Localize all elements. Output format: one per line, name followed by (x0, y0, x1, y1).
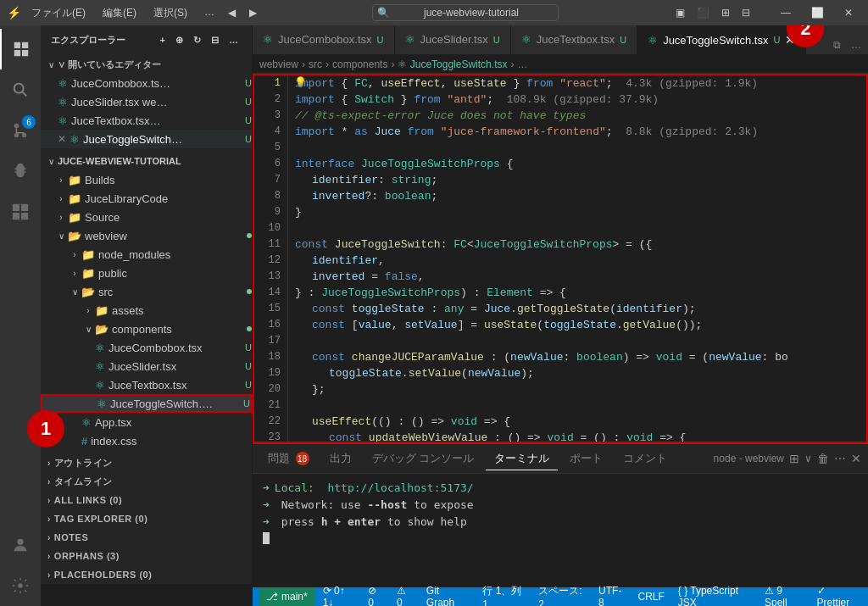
breadcrumb-more[interactable]: … (517, 58, 527, 70)
placeholders-header[interactable]: › PLACEHOLDERS (0) (41, 565, 252, 584)
file-jucetoggleswitch[interactable]: ⚛ JuceToggleSwitch…. U (41, 394, 252, 413)
panel-tab-debug[interactable]: デバッグ コンソール (364, 448, 483, 470)
file-indexcss[interactable]: # index.css (41, 431, 252, 450)
svg-point-9 (18, 583, 23, 588)
project-header[interactable]: ∨ JUCE-WEBVIEW-TUTORIAL (41, 152, 252, 170)
file-indexcss-label: index.css (91, 435, 136, 448)
activity-extensions[interactable] (0, 192, 41, 232)
breadcrumb-file[interactable]: ⚛ JuceToggleSwitch.tsx (398, 58, 507, 70)
layout-icon-1[interactable]: ▣ (670, 3, 690, 22)
tab-jucetextbox[interactable]: ⚛ JuceTextbox.tsx U (511, 25, 637, 54)
layout-icon-4[interactable]: ⊟ (737, 3, 755, 22)
activity-source-control[interactable]: 6 (0, 110, 41, 151)
folder-public[interactable]: › 📁 public (41, 264, 252, 282)
breadcrumb-webview[interactable]: webview (259, 58, 298, 70)
menu-more[interactable]: … (201, 4, 218, 22)
folder-jucelibcode[interactable]: › 📁 JuceLibraryCode (41, 189, 252, 208)
open-editor-slider-name: JuceSlider.tsx we… (71, 96, 245, 108)
terminal-trash-icon[interactable]: 🗑 (817, 452, 829, 465)
more-tabs-icon[interactable]: … (848, 36, 865, 54)
file-jucetextbox[interactable]: ⚛ JuceTextbox.tsx U (41, 375, 252, 394)
new-folder-icon[interactable]: ⊕ (172, 33, 186, 47)
panel-more-icon[interactable]: ⋯ (834, 452, 846, 465)
tab-jucecombobox[interactable]: ⚛ JuceCombobox.tsx U (253, 25, 395, 54)
panel-tab-ports[interactable]: ポート (561, 448, 611, 470)
activity-explorer[interactable] (0, 29, 41, 69)
git-graph[interactable]: Git Graph (421, 585, 470, 606)
panel-tab-output[interactable]: 出力 (321, 448, 360, 470)
orphans-header[interactable]: › ORPHANS (3) (41, 547, 252, 565)
panel-tab-comments[interactable]: コメント (615, 448, 676, 470)
breadcrumb-src[interactable]: src (309, 58, 322, 70)
outline-header[interactable]: › アウトライン (41, 453, 252, 472)
status-spell[interactable]: ⚠ 9 Spell (760, 585, 809, 606)
status-warnings[interactable]: ⚠ 0 (392, 585, 418, 606)
maximize-button[interactable]: ⬜ (803, 3, 832, 22)
open-editors-header[interactable]: ∨ ∨ 開いているエディター (41, 55, 252, 74)
folder-builds[interactable]: › 📁 Builds (41, 170, 252, 189)
tab-juceslider[interactable]: ⚛ JuceSlider.tsx U (395, 25, 511, 54)
status-errors[interactable]: ⊘ 0 (363, 585, 388, 606)
activity-account[interactable] (0, 525, 41, 565)
file-jucecombobox[interactable]: ⚛ JuceCombobox.tsx U (41, 338, 252, 357)
file-app[interactable]: ⚛ App.tsx (41, 413, 252, 431)
panel-tab-terminal[interactable]: ターミナル (486, 448, 558, 470)
status-formatter[interactable]: ✓ Prettier (812, 585, 861, 606)
split-editor-icon[interactable]: ⧉ (830, 36, 844, 54)
activity-search[interactable] (0, 69, 41, 110)
open-editor-combobox[interactable]: ⚛ JuceCombobox.ts… U (41, 74, 252, 92)
timeline-header[interactable]: › タイムライン (41, 472, 252, 491)
folder-src[interactable]: ∨ 📂 src (41, 282, 252, 301)
alllinks-header[interactable]: › ALL LINKS (0) (41, 491, 252, 509)
nav-forward[interactable]: ▶ (246, 7, 260, 19)
open-editor-slider[interactable]: ⚛ JuceSlider.tsx we… U (41, 92, 252, 111)
svg-rect-4 (13, 204, 19, 211)
status-branch[interactable]: ⎇ main* (259, 587, 314, 606)
file-jucetoggleswitch-badge: U (243, 398, 250, 409)
breadcrumb-components[interactable]: components (332, 58, 387, 70)
open-editor-toggleswitch[interactable]: ✕ ⚛ JuceToggleSwitch… U (41, 130, 252, 148)
panel-close-icon[interactable]: ✕ (851, 452, 861, 465)
notes-header[interactable]: › NOTES (41, 528, 252, 547)
close-file-icon[interactable]: ✕ (58, 133, 66, 145)
lightbulb-icon[interactable]: 💡 (293, 74, 307, 90)
minimize-button[interactable]: — (772, 3, 799, 22)
nav-back[interactable]: ◀ (225, 7, 239, 19)
file-juceslider[interactable]: ⚛ JuceSlider.tsx U (41, 357, 252, 375)
layout-icon-3[interactable]: ⊞ (716, 3, 735, 22)
tagexplorer-header[interactable]: › TAG EXPLORER (0) (41, 509, 252, 528)
status-sync[interactable]: ⟳ 0↑ 1↓ (318, 585, 360, 606)
menu-file[interactable]: ファイル(E) (28, 4, 89, 22)
terminal-arrow-icon[interactable]: ∨ (804, 453, 812, 464)
refresh-icon[interactable]: ↻ (190, 33, 204, 47)
folder-webview[interactable]: ∨ 📂 webview (41, 226, 252, 245)
folder-source[interactable]: › 📁 Source (41, 208, 252, 226)
open-editor-textbox[interactable]: ⚛ JuceTextbox.tsx… U (41, 111, 252, 130)
status-line-ending[interactable]: CRLF (632, 591, 669, 603)
close-button[interactable]: ✕ (836, 3, 861, 22)
activity-debug[interactable] (0, 151, 41, 192)
folder-assets[interactable]: › 📁 assets (41, 301, 252, 320)
more-icon[interactable]: … (225, 33, 242, 47)
collapse-icon[interactable]: ⊟ (208, 33, 222, 47)
layout-icon-2[interactable]: ⬛ (692, 3, 715, 22)
menu-select[interactable]: 選択(S) (150, 4, 191, 22)
folder-nodemodules[interactable]: › 📁 node_modules (41, 245, 252, 264)
status-language[interactable]: { } TypeScript JSX (673, 585, 756, 606)
status-encoding[interactable]: UTF-8 (593, 585, 629, 606)
panel-tab-problems[interactable]: 問題 18 (259, 448, 318, 470)
code-editor[interactable]: 1 2 3 4 5 6 7 8 9 10 11 12 13 14 15 16 1 (253, 74, 868, 443)
activity-settings[interactable] (0, 565, 41, 606)
terminal-content[interactable]: ➜ Local: http://localhost:5173/ ➜ Networ… (253, 474, 868, 587)
explorer-header: エクスプローラー + ⊕ ↻ ⊟ … (41, 25, 252, 55)
code-line-1: import { FC, useEffect, useState } from … (295, 75, 860, 92)
terminal-split-icon[interactable]: ⊞ (789, 452, 799, 465)
code-content[interactable]: import { FC, useEffect, useState } from … (288, 75, 866, 442)
folder-components[interactable]: ∨ 📂 components (41, 320, 252, 338)
menu-edit[interactable]: 編集(E) (99, 4, 140, 22)
status-spaces[interactable]: スペース: 2 (533, 584, 590, 607)
title-search[interactable] (372, 4, 559, 21)
status-position[interactable]: 行 1、列 1 (477, 584, 530, 607)
tab-jucetoggleswitch[interactable]: ⚛ JuceToggleSwitch.tsx U ✕ 2 (637, 25, 806, 54)
new-file-icon[interactable]: + (157, 33, 169, 47)
